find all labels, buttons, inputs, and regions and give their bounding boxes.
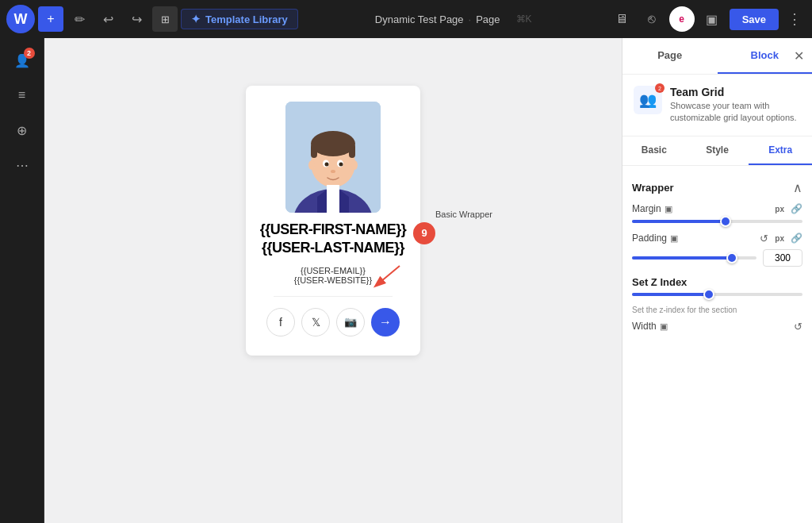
svg-rect-8 (349, 144, 355, 158)
top-bar-right: 🖥 ⎋ e ▣ Save ⋮ (609, 6, 806, 32)
wrapper-section-header: Wrapper ∧ (632, 180, 802, 195)
block-description: Showcase your team with customizable gri… (670, 100, 801, 125)
more-options-button[interactable]: ⋮ (783, 6, 806, 32)
instagram-button[interactable]: 📷 (336, 308, 365, 336)
structure-button[interactable]: ⊞ (152, 6, 178, 32)
padding-controls: ↺ px 🔗 (760, 233, 802, 244)
sub-tab-extra[interactable]: Extra (749, 137, 812, 165)
zindex-slider-track (632, 293, 802, 296)
padding-field-row: Padding ▣ ↺ px 🔗 (632, 233, 802, 244)
padding-reset-button[interactable]: ↺ (760, 233, 768, 244)
instagram-icon: 📷 (344, 316, 357, 328)
svg-point-15 (351, 160, 358, 170)
sub-tab-style[interactable]: Style (686, 137, 749, 165)
margin-slider-fill (632, 220, 726, 223)
block-name: Team Grid (670, 86, 801, 98)
template-library-icon: ✦ (191, 13, 201, 25)
arrow-button[interactable]: → (371, 308, 400, 336)
sub-tab-basic[interactable]: Basic (622, 137, 686, 165)
team-grid-icon: 👥 (639, 91, 657, 109)
padding-value-input[interactable]: 300 (763, 249, 802, 267)
panel-content: Wrapper ∧ Margin ▣ px 🔗 (622, 166, 812, 523)
padding-slider-fill (632, 256, 732, 260)
block-info: 👥 2 Team Grid Showcase your team with cu… (622, 75, 812, 137)
page-type: Page (476, 13, 500, 25)
avatar (285, 102, 381, 213)
separator: · (469, 13, 472, 25)
padding-slider-thumb[interactable] (726, 252, 737, 263)
width-reset-button[interactable]: ↺ (794, 321, 802, 333)
right-panel: Page Block ✕ 👥 2 Team Grid Showcase your… (622, 38, 812, 523)
margin-slider[interactable] (632, 220, 802, 223)
width-controls: ↺ (794, 321, 802, 333)
margin-unit-button[interactable]: px (772, 203, 787, 215)
zindex-label: Set Z Index (632, 276, 687, 288)
user-email: {{USER-EMAIL}} (294, 266, 372, 275)
shortcut: ⌘K (516, 13, 532, 25)
svg-point-11 (325, 163, 329, 167)
user-badge: 2 (24, 48, 35, 59)
annotation-badge: 9 (413, 222, 435, 244)
margin-slider-thumb[interactable] (720, 216, 731, 227)
zindex-slider-fill (632, 293, 709, 296)
block-details: Team Grid Showcase your team with custom… (670, 86, 801, 125)
undo-button[interactable]: ↩ (95, 6, 121, 32)
sidebar-more-button[interactable]: ⋯ (6, 149, 38, 181)
sidebar-add-button[interactable]: ⊕ (6, 114, 38, 146)
panel-toggle-button[interactable]: ▣ (699, 6, 725, 32)
width-label: Width ▣ (632, 321, 668, 332)
panel-tabs: Page Block ✕ (622, 38, 812, 75)
external-link-button[interactable]: ⎋ (639, 6, 665, 32)
elementor-logo-button[interactable]: e (669, 6, 695, 32)
page-title: Dynamic Test Page (375, 13, 464, 25)
wrapper-title: Wrapper (632, 182, 674, 194)
top-bar: W + ✏ ↩ ↪ ⊞ ✦ Template Library Dynamic T… (0, 0, 812, 38)
padding-slider-track (632, 256, 756, 260)
svg-point-12 (339, 163, 343, 167)
svg-point-14 (308, 160, 315, 170)
user-name: {{USER-FIRST-NAME}} {{USER-LAST-NAME}} (259, 221, 408, 258)
padding-slider[interactable] (632, 256, 756, 260)
wrapper-collapse-button[interactable]: ∧ (793, 180, 802, 195)
svg-rect-18 (327, 185, 339, 213)
divider (274, 296, 393, 297)
sidebar-menu-button[interactable]: ≡ (6, 79, 38, 111)
svg-point-13 (331, 170, 335, 173)
zindex-slider[interactable] (632, 293, 802, 296)
add-button[interactable]: + (38, 6, 63, 32)
twitter-button[interactable]: 𝕏 (301, 308, 330, 336)
padding-responsive-icon: ▣ (670, 233, 678, 244)
wp-logo[interactable]: W (6, 5, 35, 33)
width-field-row: Width ▣ ↺ (632, 321, 802, 333)
panel-close-button[interactable]: ✕ (794, 48, 804, 63)
sidebar-user-button[interactable]: 👤 2 (6, 44, 38, 76)
save-button[interactable]: Save (730, 9, 779, 30)
svg-rect-7 (311, 144, 317, 158)
padding-link-button[interactable]: 🔗 (791, 233, 802, 244)
margin-link-button[interactable]: 🔗 (791, 203, 802, 214)
zindex-slider-thumb[interactable] (703, 289, 714, 300)
left-sidebar: 👤 2 ≡ ⊕ ⋯ (0, 38, 44, 523)
annotation-container: {{USER-EMAIL}} {{USER-WEBSITE}} 9 (294, 266, 372, 285)
width-responsive-icon: ▣ (660, 321, 668, 332)
desktop-view-button[interactable]: 🖥 (609, 6, 634, 32)
tab-page[interactable]: Page (622, 38, 718, 74)
page-title-area: Dynamic Test Page · Page ⌘K (301, 13, 606, 25)
margin-controls: px 🔗 (772, 203, 802, 215)
facebook-button[interactable]: f (266, 308, 295, 336)
sub-tabs: Basic Style Extra (622, 137, 812, 166)
margin-field-row: Margin ▣ px 🔗 (632, 203, 802, 215)
canvas-inner: {{USER-FIRST-NAME}} {{USER-LAST-NAME}} {… (246, 54, 420, 356)
user-website: {{USER-WEBSITE}} (294, 275, 372, 285)
canvas-area[interactable]: {{USER-FIRST-NAME}} {{USER-LAST-NAME}} {… (44, 38, 622, 523)
template-library-button[interactable]: ✦ Template Library (181, 9, 298, 29)
social-buttons: f 𝕏 📷 → (266, 308, 400, 336)
annotation-arrow (364, 262, 404, 294)
margin-responsive-icon: ▣ (665, 204, 672, 214)
redo-button[interactable]: ↪ (124, 6, 149, 32)
main-layout: 👤 2 ≡ ⊕ ⋯ (0, 38, 812, 523)
zindex-hint: Set the z-index for the section (632, 306, 802, 314)
edit-icon-button[interactable]: ✏ (67, 6, 92, 32)
svg-point-6 (311, 131, 355, 156)
padding-unit-button[interactable]: px (772, 233, 787, 244)
